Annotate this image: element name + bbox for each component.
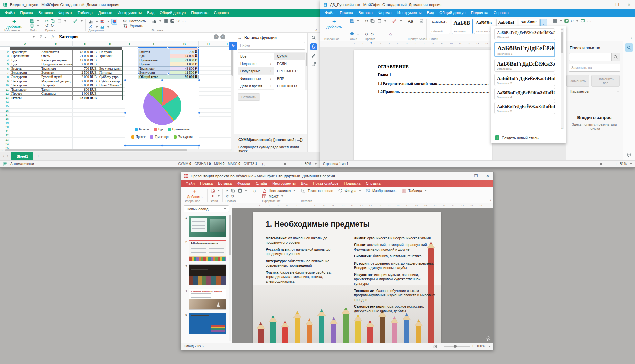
function-ЕСЛИ[interactable]: ЕСЛИ xyxy=(274,60,305,67)
row-header-11[interactable]: 11 xyxy=(0,88,10,92)
fx-sidebar-icon[interactable]: fx xyxy=(310,43,317,50)
save-icon[interactable] xyxy=(350,19,354,23)
col-header-A[interactable]: A xyxy=(10,41,40,47)
create-style-button[interactable]: + Создать новый стиль xyxy=(491,132,566,143)
close-icon[interactable]: ✕ xyxy=(623,0,635,9)
insert-table-icon[interactable] xyxy=(163,19,168,23)
menu-Правка[interactable]: Правка xyxy=(197,180,215,187)
zoom-control[interactable]: −+ xyxy=(583,162,617,166)
table-cell-r5c0[interactable]: Еда xyxy=(10,62,40,66)
slide-left-column[interactable]: Математика: от начальной школы до продви… xyxy=(266,236,346,286)
col-header-F[interactable]: F xyxy=(138,41,170,47)
fx-button[interactable]: fx xyxy=(49,34,57,39)
summary-label-Билеты[interactable]: Билеты xyxy=(138,50,170,54)
search-icon[interactable] xyxy=(311,35,316,40)
chart-handle[interactable] xyxy=(124,112,126,114)
vertical-scrollbar[interactable] xyxy=(231,47,234,149)
slide[interactable]: 1. Необходимые предметы Математика: от н… xyxy=(253,212,441,343)
row-header-24[interactable]: 24 xyxy=(0,142,10,146)
menu-Правка[interactable]: Правка xyxy=(17,9,36,17)
shape-button[interactable]: Фигура xyxy=(338,188,361,193)
redo-icon[interactable]: ↻ xyxy=(231,194,234,199)
table-cell-r10c0[interactable]: Экскурсии xyxy=(10,83,40,87)
row-header-5[interactable]: 5 xyxy=(0,62,10,66)
menu-Формат[interactable]: Формат xyxy=(234,180,253,187)
minimize-icon[interactable]: – xyxy=(459,172,470,180)
row-header-15[interactable]: 15 xyxy=(0,104,10,108)
category-Популярные[interactable]: Популярные› xyxy=(238,67,274,75)
replace-input[interactable] xyxy=(569,64,620,72)
textbox-button[interactable]: Текстовое поле xyxy=(301,188,333,193)
table-cell-r7c1[interactable]: Эрмитаж xyxy=(40,71,73,75)
col-header-H[interactable]: H xyxy=(199,41,218,47)
name-box[interactable] xyxy=(0,36,37,38)
menu-Подписка[interactable]: Подписка xyxy=(188,9,211,17)
zoom-level[interactable]: 81% xyxy=(620,162,627,166)
row-header-8[interactable]: 8 xyxy=(0,75,10,79)
parameters-toggle[interactable]: Параметры xyxy=(570,89,589,93)
summary-value-Проживание[interactable]: 21 000 ₽ xyxy=(170,58,199,62)
table-cell-r3c2[interactable]: 21 000 RUB xyxy=(73,54,98,58)
formula-display-toggle[interactable]: ƒ xyxy=(260,162,265,166)
chart-handle[interactable] xyxy=(198,144,200,147)
menu-Файл[interactable]: Файл xyxy=(322,9,337,17)
paste-icon[interactable] xyxy=(238,188,242,193)
add-button[interactable]: + Добавить xyxy=(324,19,344,29)
formula-content[interactable]: Категория xyxy=(57,34,78,39)
menu-Таблица[interactable]: Таблица xyxy=(75,9,95,17)
function-search-input[interactable] xyxy=(238,42,305,50)
prev-sheet-icon[interactable]: ‹ xyxy=(0,152,6,161)
layout-button[interactable]: Макет xyxy=(262,194,295,199)
chart-configure-button[interactable]: ⚙ Настроить xyxy=(123,19,146,23)
search-sidebar-icon[interactable] xyxy=(625,43,633,52)
chart-handle[interactable] xyxy=(198,112,200,114)
insert-table-icon[interactable] xyxy=(553,19,557,23)
pie-chart-icon[interactable] xyxy=(111,19,117,25)
play-icon[interactable] xyxy=(210,194,215,199)
select-all-corner[interactable] xyxy=(0,41,10,47)
table-cell-r8c1[interactable]: Русский музей xyxy=(40,75,73,79)
export-icon[interactable] xyxy=(311,62,316,66)
table-cell-r3c1[interactable]: Отель xyxy=(40,54,73,58)
pie-chart-frame[interactable]: БилетыЕдаПроживаниеПрочееТранспортЭкскур… xyxy=(125,80,199,146)
summary-label-Прочее[interactable]: Прочее xyxy=(138,62,170,66)
font-more-icon[interactable]: ··· xyxy=(408,33,413,37)
menu-Инструменты[interactable]: Инструменты xyxy=(115,9,144,17)
table-cell-r11c2[interactable]: 800 RUB xyxy=(73,88,98,92)
toolbar-collapse-icon[interactable]: ∧ xyxy=(315,28,318,31)
slide-thumbnail-2[interactable]: 1. Необходимые предметы xyxy=(189,240,226,261)
summary-label-Еда[interactable]: Еда xyxy=(138,54,170,58)
table-cell-r13c0[interactable]: Итого: xyxy=(10,96,40,100)
category-Все[interactable]: Все› xyxy=(238,53,274,60)
insert-comment-icon[interactable] xyxy=(580,19,585,23)
sum-button[interactable]: Σ xyxy=(37,35,49,39)
row-header-20[interactable]: 20 xyxy=(0,125,10,129)
row-header-18[interactable]: 18 xyxy=(0,117,10,121)
table-cell-r8c0[interactable]: Экскурсии xyxy=(10,75,40,79)
chat-icon[interactable] xyxy=(486,336,491,341)
menu-Вид[interactable]: Вид xyxy=(144,9,157,17)
menu-Данные[interactable]: Данные xyxy=(95,9,115,17)
undo-icon[interactable]: ↺ xyxy=(45,23,48,28)
table-cell-r12c3[interactable] xyxy=(98,92,122,96)
table-cell-r12c1[interactable]: Сувениры xyxy=(40,92,73,96)
chart-handle[interactable] xyxy=(124,79,126,81)
table-cell-r8c2[interactable]: 2 000 RUB xyxy=(73,75,98,79)
toc-entry-1.2[interactable]: 1.2Правило………………………………………………………………………………… xyxy=(378,89,489,94)
replace-button[interactable]: Заменить xyxy=(566,75,589,87)
table-cell-r11c0[interactable]: Транспорт xyxy=(10,88,40,92)
menu-Справка[interactable]: Справка xyxy=(491,9,512,17)
row-header-21[interactable]: 21 xyxy=(0,129,10,133)
cut-icon[interactable]: ✂ xyxy=(365,19,368,23)
table-cell-r10c3[interactable]: Плюс "Метеор" xyxy=(98,83,122,87)
menu-Подписка[interactable]: Подписка xyxy=(341,180,363,187)
image-button[interactable]: Изображение.. xyxy=(366,188,397,193)
next-sheet-icon[interactable]: › xyxy=(6,152,11,161)
table-cell-r10c2[interactable]: 5 000 RUB xyxy=(73,83,98,87)
chat-icon[interactable] xyxy=(627,152,631,157)
table-cell-r4c2[interactable]: 12 000 RUB xyxy=(73,58,98,62)
slide-heading[interactable]: 1. Необходимые предметы xyxy=(266,220,370,229)
close-icon[interactable]: ✕ xyxy=(482,172,493,180)
insert-symbol-icon[interactable]: Ω xyxy=(177,19,180,23)
add-button[interactable]: + Добавить xyxy=(185,188,204,199)
